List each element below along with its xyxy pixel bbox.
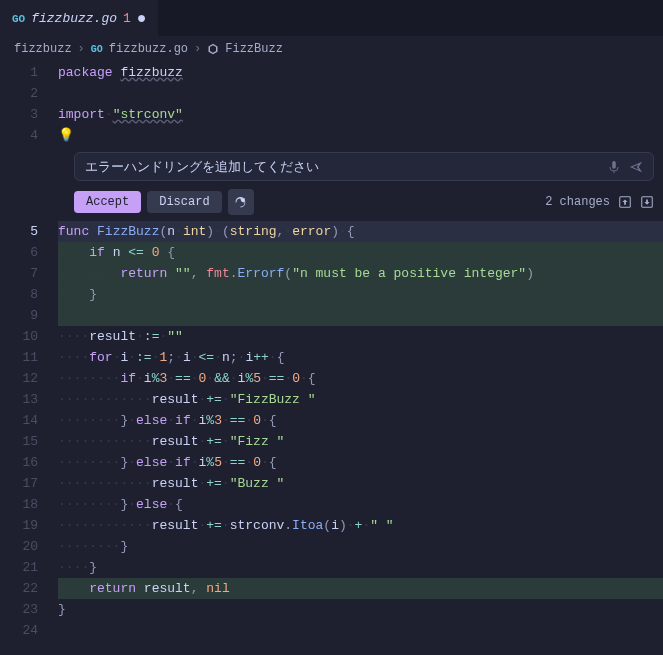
code-line[interactable]: ····for·i·:=·1;·i·<=·n;·i++·{ [58,347,663,368]
code-area[interactable]: func FizzBuzz(n·int)·(string,·error)·{ ·… [58,221,663,641]
code-line[interactable]: ············result·+=·"Buzz " [58,473,663,494]
code-line[interactable]: ············result·+=·"FizzBuzz " [58,389,663,410]
diff-down-icon[interactable] [640,195,654,209]
code-line[interactable]: ····result·:=·"" [58,326,663,347]
code-line[interactable]: ········} [58,536,663,557]
tab-bar: GO fizzbuzz.go 1 ● [0,0,663,36]
lightbulb-icon[interactable]: 💡 [58,125,74,146]
discard-button[interactable]: Discard [147,191,221,213]
code-line[interactable] [58,620,663,641]
regenerate-button[interactable] [228,189,254,215]
code-line[interactable]: ········}·else·if·i%5·==·0·{ [58,452,663,473]
line-number: 23 [0,599,38,620]
code-line[interactable]: ········}·else·if·i%3·==·0·{ [58,410,663,431]
line-number: 14 [0,410,38,431]
breadcrumb: fizzbuzz › GO fizzbuzz.go › FizzBuzz [0,36,663,62]
line-number: 12 [0,368,38,389]
changes-info: 2 changes [545,195,654,209]
go-file-icon: GO [12,13,25,25]
line-number: 21 [0,557,38,578]
breadcrumb-folder[interactable]: fizzbuzz [14,42,72,56]
refresh-icon [234,196,247,209]
line-number: 18 [0,494,38,515]
line-number: 20 [0,536,38,557]
code-area[interactable]: package fizzbuzz import·"strconv" 💡 [58,62,663,146]
line-number: 7 [0,263,38,284]
ai-actions-row: Accept Discard 2 changes [74,189,654,215]
line-number: 3 [0,104,38,125]
code-line[interactable]: package fizzbuzz [58,62,663,83]
go-file-icon: GO [91,44,103,55]
editor[interactable]: 1 2 3 4 package fizzbuzz import·"strconv… [0,62,663,146]
tab-diag-count: 1 [123,11,131,26]
code-line[interactable]: ····if·n·<=·0·{ [58,242,663,263]
line-number: 15 [0,431,38,452]
changes-count: 2 changes [545,195,610,209]
line-number: 6 [0,242,38,263]
chevron-right-icon: › [194,42,201,56]
line-number: 4 [0,125,38,146]
line-number: 1 [0,62,38,83]
line-number-gutter: 5 6 7 8 9 10 11 12 13 14 15 16 17 18 19 … [0,221,58,641]
send-icon[interactable] [629,160,643,174]
code-line[interactable]: ············result·+=·"Fizz " [58,431,663,452]
line-number: 2 [0,83,38,104]
code-line[interactable]: } [58,599,663,620]
code-line[interactable]: 💡 [58,125,663,146]
line-number: 22 [0,578,38,599]
mic-icon[interactable] [607,160,621,174]
ai-prompt-input[interactable] [85,159,599,174]
tab-filename: fizzbuzz.go [31,11,117,26]
breadcrumb-symbol[interactable]: FizzBuzz [225,42,283,56]
line-number: 9 [0,305,38,326]
code-line[interactable]: ········if·i%3·==·0·&&·i%5·==·0·{ [58,368,663,389]
line-number: 17 [0,473,38,494]
line-number: 24 [0,620,38,641]
line-number-gutter: 1 2 3 4 [0,62,58,146]
line-number: 11 [0,347,38,368]
code-line[interactable]: ····} [58,284,663,305]
unsaved-dot-icon: ● [137,11,147,27]
line-number: 19 [0,515,38,536]
symbol-method-icon [207,43,219,55]
line-number: 8 [0,284,38,305]
line-number: 13 [0,389,38,410]
tab-fizzbuzz[interactable]: GO fizzbuzz.go 1 ● [0,0,158,36]
chevron-right-icon: › [78,42,85,56]
code-line[interactable]: ········}·else·{ [58,494,663,515]
code-line[interactable]: ········return·"",·fmt.Errorf("n must be… [58,263,663,284]
line-number: 16 [0,452,38,473]
diff-up-icon[interactable] [618,195,632,209]
code-line[interactable]: import·"strconv" [58,104,663,125]
code-line[interactable] [58,83,663,104]
ai-prompt-container [74,152,654,181]
code-line[interactable]: ····} [58,557,663,578]
ai-suggestion-panel: Accept Discard 2 changes [74,152,654,215]
code-line[interactable] [58,305,663,326]
code-line[interactable]: ············result·+=·strconv.Itoa(i)·+·… [58,515,663,536]
accept-button[interactable]: Accept [74,191,141,213]
editor[interactable]: 5 6 7 8 9 10 11 12 13 14 15 16 17 18 19 … [0,221,663,641]
line-number: 10 [0,326,38,347]
code-line[interactable]: func FizzBuzz(n·int)·(string,·error)·{ [58,221,663,242]
line-number: 5 [0,221,38,242]
code-line[interactable]: ····return·result,·nil [58,578,663,599]
breadcrumb-file[interactable]: fizzbuzz.go [109,42,188,56]
